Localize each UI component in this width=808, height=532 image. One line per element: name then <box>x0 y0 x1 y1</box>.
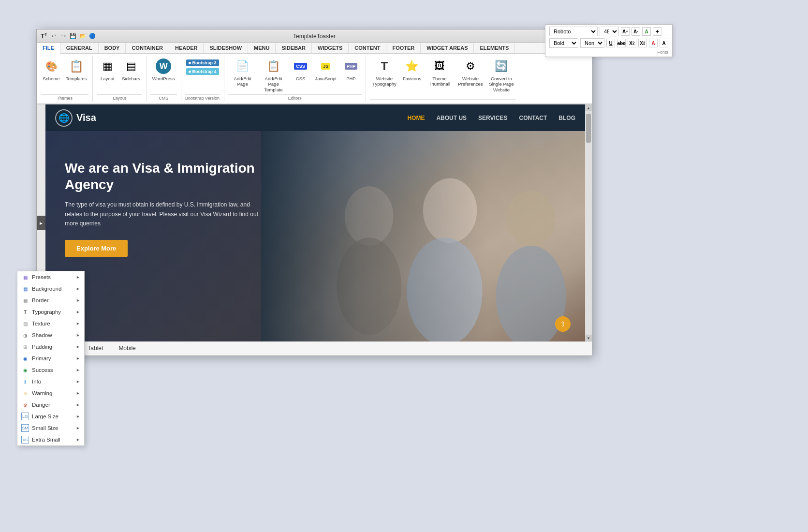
font-highlight-button[interactable]: ✦ <box>653 27 661 36</box>
tab-menu[interactable]: MENU <box>248 43 276 53</box>
danger-icon: ⊗ <box>21 401 29 409</box>
tab-general[interactable]: GENERAL <box>60 43 99 53</box>
ctx-extra-small[interactable]: XS Extra Small ► <box>17 434 84 445</box>
tab-widgets[interactable]: WIDGETS <box>312 43 349 53</box>
canvas-expand-button[interactable]: ► <box>37 216 45 230</box>
tab-file[interactable]: FILE <box>37 43 60 54</box>
templates-button[interactable]: 📋 Templates <box>64 57 88 82</box>
scroll-down-arrow[interactable]: ▼ <box>585 335 592 341</box>
tab-container[interactable]: CONTAINER <box>126 43 169 53</box>
underline-button[interactable]: U <box>606 39 615 47</box>
ctx-primary[interactable]: ◉ Primary ► <box>17 353 84 364</box>
info-icon: ℹ <box>21 378 29 385</box>
add-edit-page-template-label: Add/Edit Page Template <box>261 76 286 92</box>
ctx-presets[interactable]: ▦ Presets ► <box>17 271 84 283</box>
mobile-tab[interactable]: Mobile <box>111 342 143 355</box>
presets-icon: ▦ <box>21 273 29 281</box>
layout-button[interactable]: ▦ Layout <box>97 57 118 82</box>
scroll-up-arrow[interactable]: ▲ <box>585 104 592 111</box>
tab-widget-areas[interactable]: WIDGET AREAS <box>421 43 474 53</box>
redo-icon[interactable]: ↪ <box>59 32 67 40</box>
font-name-select[interactable]: Roboto <box>549 27 598 36</box>
ctx-texture[interactable]: ▨ Texture ► <box>17 318 84 329</box>
back-to-top-button[interactable]: ⇧ <box>555 316 571 332</box>
ctx-warning[interactable]: ⚠ Warning ► <box>17 387 84 399</box>
tab-slideshow[interactable]: SLIDESHOW <box>204 43 248 53</box>
ribbon-group-label-editors: Editors <box>228 94 362 101</box>
font-decrease-button[interactable]: A- <box>632 27 640 36</box>
website-typography-button[interactable]: T Website Typography <box>370 57 399 88</box>
preview-logo: 🌐 Visa <box>55 109 96 127</box>
typography-icon: T <box>21 308 29 316</box>
text-color-button[interactable]: A <box>649 39 658 47</box>
ctx-success[interactable]: ◉ Success ► <box>17 364 84 376</box>
nav-blog[interactable]: BLOG <box>558 115 575 121</box>
font-increase-button[interactable]: A+ <box>621 27 630 36</box>
text-background-button[interactable]: A <box>660 39 668 47</box>
ctx-padding[interactable]: ⊞ Padding ► <box>17 341 84 353</box>
strikethrough-button[interactable]: abc <box>617 39 626 47</box>
ctx-info[interactable]: ℹ Info ► <box>17 376 84 387</box>
font-color-button[interactable]: A <box>642 27 651 36</box>
undo-icon[interactable]: ↩ <box>50 32 58 40</box>
ribbon-group-bootstrap: ■ Bootstrap 3 ■ Bootstrap 4 Bootstrap Ve… <box>181 56 224 102</box>
nav-about[interactable]: ABOUT US <box>436 115 467 121</box>
canvas-scrollbar[interactable]: ▲ ▼ <box>585 104 592 341</box>
favicons-button[interactable]: ⭐ Favicons <box>401 57 423 82</box>
website-preferences-button[interactable]: ⚙ Website Preferences <box>456 57 485 88</box>
save-icon[interactable]: 💾 <box>69 32 77 40</box>
texture-arrow-icon: ► <box>76 321 80 326</box>
scheme-icon: 🎨 <box>43 58 60 75</box>
wordpress-button[interactable]: W WordPress <box>150 57 177 82</box>
ctx-danger[interactable]: ⊗ Danger ► <box>17 399 84 411</box>
font-style-select[interactable]: Bold Normal Italic <box>549 38 578 48</box>
css-button[interactable]: CSS CSS <box>290 57 311 82</box>
ctx-info-label: Info <box>32 379 41 384</box>
nav-contact[interactable]: CONTACT <box>519 115 547 121</box>
convert-single-button[interactable]: 🔄 Convert to Single Page Website <box>487 57 516 93</box>
ribbon-items-themes: 🎨 Scheme 📋 Templates <box>41 57 88 93</box>
website-preferences-label: Website Preferences <box>458 76 483 87</box>
ctx-shadow[interactable]: ◑ Shadow ► <box>17 329 84 341</box>
sidebars-button[interactable]: ▤ Sidebars <box>120 57 142 82</box>
ctx-small-size[interactable]: SM Small Size ► <box>17 422 84 434</box>
ctx-shadow-label: Shadow <box>32 332 52 338</box>
nav-home[interactable]: HOME <box>407 115 425 121</box>
ctx-border[interactable]: ▦ Border ► <box>17 295 84 306</box>
ctx-large-size[interactable]: LG Large Size ► <box>17 411 84 422</box>
javascript-button[interactable]: JS JavaScript <box>313 57 338 82</box>
tab-header[interactable]: HEADER <box>169 43 204 53</box>
scheme-button[interactable]: 🎨 Scheme <box>41 57 62 82</box>
tab-footer[interactable]: FOOTER <box>386 43 421 53</box>
bootstrap3-button[interactable]: ■ Bootstrap 3 <box>186 59 219 66</box>
explore-button[interactable]: Explore More <box>65 240 128 257</box>
font-size-select[interactable]: 48 <box>600 27 619 36</box>
add-edit-page-button[interactable]: 📄 Add/Edit Page <box>228 57 257 88</box>
add-edit-page-template-button[interactable]: 📋 Add/Edit Page Template <box>259 57 288 93</box>
subscript-button[interactable]: X2 <box>638 39 647 47</box>
scroll-thumb[interactable] <box>586 114 591 143</box>
shadow-icon: ◑ <box>21 331 29 339</box>
nav-services[interactable]: SERVICES <box>478 115 507 121</box>
bootstrap4-button[interactable]: ■ Bootstrap 4 <box>186 68 219 75</box>
hero-background-image <box>261 131 585 341</box>
primary-icon: ◉ <box>21 355 29 362</box>
ribbon-group-themes: 🎨 Scheme 📋 Templates Themes <box>37 56 93 102</box>
ctx-background[interactable]: ▦ Background ► <box>17 283 84 295</box>
tab-body[interactable]: BODY <box>99 43 126 53</box>
superscript-button[interactable]: X2 <box>628 39 636 47</box>
wordpress-icon[interactable]: 🔵 <box>88 32 96 40</box>
php-button[interactable]: PHP PHP <box>340 57 362 82</box>
font-decoration-select[interactable]: None Underline <box>580 38 604 48</box>
favicons-label: Favicons <box>403 76 421 81</box>
presets-arrow-icon: ► <box>76 275 80 280</box>
logo-text: Visa <box>76 112 96 123</box>
tab-content[interactable]: CONTENT <box>349 43 386 53</box>
add-edit-page-template-icon: 📋 <box>265 58 282 75</box>
ctx-extra-small-label: Extra Small <box>32 437 60 443</box>
open-icon[interactable]: 📂 <box>79 32 87 40</box>
tab-sidebar[interactable]: SIDEBAR <box>276 43 312 53</box>
tab-elements[interactable]: ELEMENTS <box>474 43 515 53</box>
ctx-typography[interactable]: T Typography ► <box>17 306 84 318</box>
theme-thumbnail-button[interactable]: 🖼 Theme Thumbnail <box>425 57 454 88</box>
